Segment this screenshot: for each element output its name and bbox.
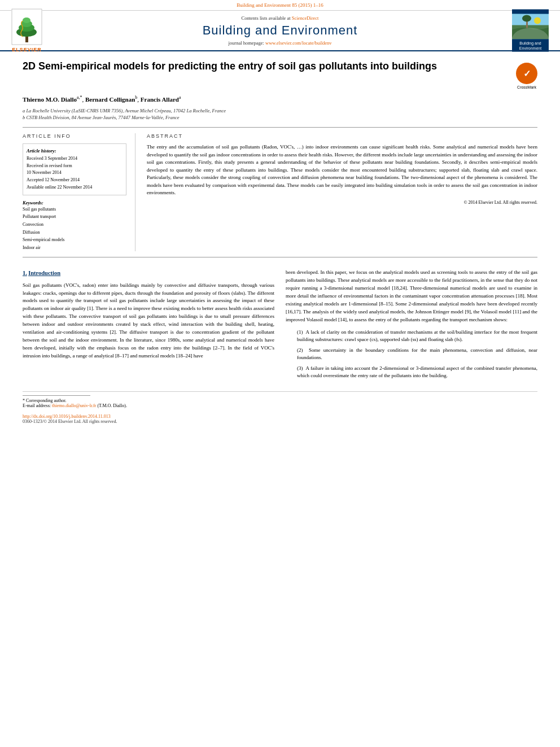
section-number: 1.	[23, 270, 27, 276]
keyword-5: Semi-empirical models	[23, 236, 126, 244]
introduction-section: 1. Introduction Soil gas pollutants (VOC…	[23, 269, 537, 383]
list-item-1: (1) A lack of clarity on the considerati…	[297, 329, 537, 344]
received-revised-date: 10 November 2014	[27, 169, 123, 177]
list-item-2: (2) Some uncertainty in the boundary con…	[297, 347, 537, 362]
svg-point-12	[534, 17, 541, 24]
body-col-left: 1. Introduction Soil gas pollutants (VOC…	[23, 269, 274, 383]
received-date: Received 3 September 2014	[27, 155, 123, 163]
keyword-6: Indoor air	[23, 244, 126, 252]
email-note: E-mail address: thiemo.diallo@univ-lr.fr…	[23, 403, 537, 408]
history-label: Article history:	[27, 147, 123, 155]
svg-point-6	[23, 18, 30, 23]
list-item-3: (3) A failure in taking into account the…	[297, 365, 537, 380]
issn-line: 0360-1323/© 2014 Elsevier Ltd. All right…	[23, 419, 537, 424]
copyright-text: © 2014 Elsevier Ltd. All rights reserved…	[147, 200, 537, 205]
elsevier-logo: ELSEVIER	[11, 8, 42, 53]
intro-para1: Soil gas pollutants (VOC's, radon) enter…	[23, 282, 274, 360]
journal-center: Contents lists available at ScienceDirec…	[11, 15, 549, 46]
author1-name: Thierno M.O. Diallo	[23, 96, 77, 103]
citation-text: Building and Environment 85 (2015) 1–16	[237, 2, 323, 8]
divider-middle	[23, 257, 537, 257]
article-info-panel: ARTICLE INFO Article history: Received 3…	[23, 133, 135, 251]
info-abstract-columns: ARTICLE INFO Article history: Received 3…	[23, 133, 537, 251]
email-link[interactable]: thiemo.diallo@univ-lr.fr	[52, 403, 96, 408]
affiliation-b: b CSTB Health Division, 84 Avenue Jean-J…	[23, 114, 537, 121]
badge-photo	[512, 14, 549, 39]
journal-title: Building and Environment	[11, 23, 549, 38]
available-date: Available online 22 November 2014	[27, 184, 123, 191]
main-content: 2D Semi-empirical models for predicting …	[0, 51, 560, 433]
list2-num: (2)	[297, 347, 303, 353]
received-revised-label: Received in revised form	[27, 163, 123, 170]
article-title: 2D Semi-empirical models for predicting …	[23, 60, 510, 73]
list3-text: A failure in taking into account the 2-d…	[297, 365, 537, 379]
intro-para2: been developed. In this paper, we focus …	[286, 269, 537, 324]
journal-homepage: journal homepage: www.elsevier.com/locat…	[11, 40, 549, 46]
list1-num: (1)	[297, 329, 303, 335]
corresponding-note: * Corresponding author.	[23, 398, 537, 403]
body-col-right: been developed. In this paper, we focus …	[286, 269, 537, 383]
sciencedirect-line: Contents lists available at ScienceDirec…	[11, 15, 549, 21]
accepted-date: Accepted 12 November 2014	[27, 177, 123, 184]
keyword-1: Soil gas pollutants	[23, 206, 126, 213]
homepage-link[interactable]: www.elsevier.com/locate/buildenv	[265, 40, 331, 46]
author2-sup: b	[135, 95, 137, 100]
footnote-divider	[23, 395, 90, 396]
elsevier-label: ELSEVIER	[12, 47, 42, 53]
author3-sup: a	[179, 95, 181, 100]
author1-sup: a,*	[77, 95, 82, 100]
footer-area: http://dx.doi.org/10.1016/j.buildenv.201…	[23, 414, 537, 424]
journal-header: ELSEVIER Contents lists available at Sci…	[0, 11, 560, 51]
keyword-2: Pollutant transport	[23, 213, 126, 221]
journal-citation: Building and Environment 85 (2015) 1–16	[0, 0, 560, 11]
crossmark-badge: ✓ CrossMark	[516, 63, 537, 89]
list1-text: A lack of clarity on the consideration o…	[297, 329, 537, 343]
article-history-box: Article history: Received 3 September 20…	[23, 143, 126, 195]
badge-label: Building and Environment	[512, 39, 549, 51]
affiliation-a: a La Rochelle University (LaSIE-CNRS UMR…	[23, 107, 537, 115]
section-title: Introduction	[28, 270, 60, 276]
list2-text: Some uncertainty in the boundary conditi…	[297, 347, 537, 361]
abstract-text: The entry and the accumulation of soil g…	[147, 143, 537, 197]
affiliations: a La Rochelle University (LaSIE-CNRS UMR…	[23, 107, 537, 122]
divider-top	[23, 127, 537, 128]
keywords-list: Soil gas pollutants Pollutant transport …	[23, 206, 126, 252]
body-columns: 1. Introduction Soil gas pollutants (VOC…	[23, 269, 537, 383]
journal-badge-image: Building and Environment	[512, 10, 549, 52]
footnote-area: * Corresponding author. E-mail address: …	[23, 391, 537, 408]
doi-link[interactable]: http://dx.doi.org/10.1016/j.buildenv.201…	[23, 414, 537, 419]
sciencedirect-link[interactable]: ScienceDirect	[292, 15, 319, 21]
keyword-4: Diffusion	[23, 229, 126, 237]
list3-num: (3)	[297, 365, 303, 371]
keyword-3: Convection	[23, 221, 126, 229]
author2-name: Bernard Collignan	[85, 96, 135, 103]
abstract-panel: ABSTRACT The entry and the accumulation …	[147, 133, 537, 251]
authors-line: Thierno M.O. Dialloa,*, Bernard Colligna…	[23, 95, 537, 103]
svg-point-11	[522, 15, 531, 21]
keywords-label: Keywords:	[23, 200, 126, 206]
abstract-header: ABSTRACT	[147, 133, 537, 139]
section-heading: 1. Introduction	[23, 269, 274, 278]
keywords-section: Keywords: Soil gas pollutants Pollutant …	[23, 200, 126, 252]
article-info-header: ARTICLE INFO	[23, 133, 126, 139]
author3-name: Francis Allard	[141, 96, 179, 103]
